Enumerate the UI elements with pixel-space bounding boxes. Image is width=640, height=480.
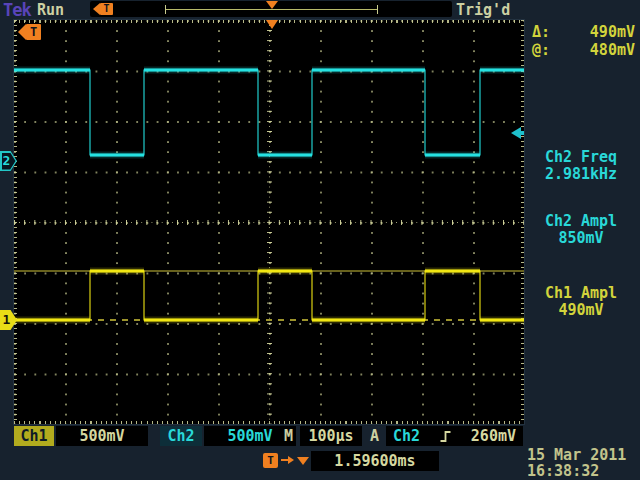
ch2-ground-marker-label: 2: [0, 151, 13, 171]
tek-logo: Tek: [3, 0, 31, 20]
ch2-ampl-value: 850mV: [524, 230, 638, 247]
timebase-readout: 100µs: [300, 426, 362, 446]
ch1-scale-readout: 500mV: [56, 426, 148, 446]
delay-arrow-head-icon: [288, 456, 294, 464]
rising-edge-icon: [439, 430, 452, 443]
delay-triangle-icon: [297, 457, 309, 465]
ch1-ground-marker-label: 1: [0, 310, 13, 330]
ch2-ampl-readout: Ch2 Ampl 850mV: [524, 213, 638, 247]
trigger-status: Trig'd: [456, 1, 510, 19]
acquisition-record-view: T: [90, 1, 452, 17]
trigger-level-arrow-icon: [511, 127, 521, 139]
acquisition-status: Run: [37, 1, 64, 19]
ch2-ampl-label: Ch2 Ampl: [524, 213, 638, 230]
date-text: 15 Mar 2011: [527, 447, 640, 463]
trigger-level-arrow-tail: [521, 131, 524, 135]
cursor-at-value: 480mV: [590, 41, 635, 59]
cursor-delta-row: Δ: 490mV: [524, 23, 638, 41]
ch2-scale-readout: 500mV: [204, 426, 296, 446]
ch1-ampl-value: 490mV: [524, 302, 638, 319]
trigger-source: Ch2: [393, 426, 420, 446]
cursor-delta-label: Δ:: [532, 23, 550, 41]
trigger-readout: Ch2 260mV: [386, 426, 523, 446]
cursor-at-row: @: 480mV: [524, 41, 638, 59]
record-line: [166, 9, 377, 10]
timebase-label: M: [284, 426, 293, 446]
ch1-ampl-label: Ch1 Ampl: [524, 285, 638, 302]
ch2-badge: Ch2: [160, 426, 202, 446]
waveform-canvas: [14, 20, 524, 424]
cursor-delta-value: 490mV: [590, 23, 635, 41]
delay-time-readout: 1.59600ms: [311, 451, 439, 471]
trigger-a-label: A: [370, 426, 379, 446]
datetime-readout: 15 Mar 2011 16:38:32: [527, 447, 640, 479]
ch2-freq-readout: Ch2 Freq 2.981kHz: [524, 149, 638, 183]
trigger-level-value: 260mV: [471, 426, 516, 446]
cursor-at-label: @:: [532, 41, 550, 59]
time-text: 16:38:32: [527, 463, 640, 479]
ch1-badge: Ch1: [14, 426, 54, 446]
trigger-position-icon: [266, 1, 278, 9]
cursor-readout: Δ: 490mV @: 480mV: [524, 23, 638, 59]
ch2-freq-value: 2.981kHz: [524, 166, 638, 183]
trigger-t-marker-icon: T: [26, 24, 41, 40]
delay-t-icon: T: [263, 453, 278, 468]
waveform-display: T: [14, 20, 524, 424]
ch1-ampl-readout: Ch1 Ampl 490mV: [524, 285, 638, 319]
trigger-position-marker-icon: [266, 20, 278, 29]
ch2-freq-label: Ch2 Freq: [524, 149, 638, 166]
trigger-t-icon: T: [100, 3, 113, 15]
